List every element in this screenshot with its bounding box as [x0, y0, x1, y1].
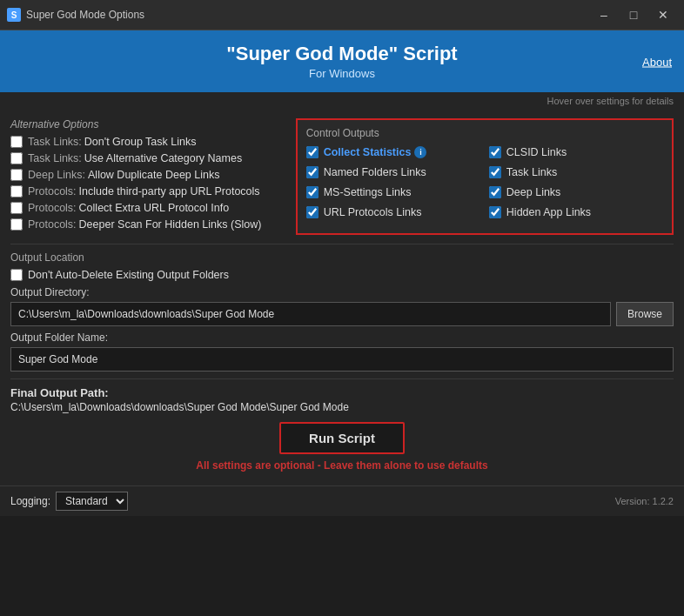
title-bar-controls: – □ ✕	[590, 5, 677, 24]
co-row: URL Protocols Links	[306, 206, 480, 218]
about-link[interactable]: About	[642, 55, 672, 68]
co-value: CLSID Links	[506, 146, 567, 158]
alt-option-row: Task Links:Don't Group Task Links	[10, 136, 285, 148]
bottom-bar: Logging: StandardVerboseMinimalNone Vers…	[0, 485, 684, 516]
co-checkbox-0[interactable]	[306, 146, 319, 158]
browse-button[interactable]: Browse	[616, 302, 674, 326]
run-section: Run Script All settings are optional - L…	[10, 422, 674, 472]
dont-autodelete-row: Don't Auto-Delete Existing Output Folder…	[10, 269, 674, 281]
co-checkbox-7[interactable]	[489, 206, 501, 218]
run-hint: All settings are optional - Leave them a…	[10, 459, 674, 472]
co-value: Task Links	[506, 166, 557, 178]
co-checkbox-4[interactable]	[306, 186, 319, 198]
alt-option-row: Task Links:Use Alternative Category Name…	[10, 152, 285, 164]
co-value: Deep Links	[506, 186, 561, 198]
alt-options-panel: Alternative Options Task Links:Don't Gro…	[10, 118, 285, 235]
co-row: Deep Links	[489, 186, 663, 198]
maximize-button[interactable]: □	[620, 5, 647, 24]
logging-label: Logging:	[10, 495, 50, 507]
main-content: Alternative Options Task Links:Don't Gro…	[0, 110, 684, 485]
co-row: MS-Settings Links	[306, 186, 480, 198]
co-row: Hidden App Links	[489, 206, 663, 218]
alt-options-list: Task Links:Don't Group Task LinksTask Li…	[10, 136, 285, 231]
alt-option-value: Don't Group Task Links	[84, 136, 197, 148]
alt-option-value: Use Alternative Category Names	[84, 152, 242, 164]
header: "Super God Mode" Script For Windows Abou…	[0, 30, 684, 92]
co-checkbox-3[interactable]	[489, 166, 501, 178]
alt-option-key: Protocols:	[28, 185, 77, 198]
alt-option-value: Include third-party app URL Protocols	[79, 185, 260, 198]
alt-option-checkbox-1[interactable]	[10, 152, 23, 164]
output-dir-input[interactable]	[10, 302, 611, 326]
run-script-button[interactable]: Run Script	[279, 422, 405, 454]
alt-option-key: Task Links:	[28, 136, 82, 148]
app-icon: S	[7, 8, 21, 22]
alt-option-value: Collect Extra URL Protocol Info	[79, 202, 230, 214]
co-value: URL Protocols Links	[324, 206, 422, 218]
version-text: Version: 1.2.2	[615, 496, 674, 506]
alt-option-row: Protocols:Include third-party app URL Pr…	[10, 185, 285, 198]
final-output-path: C:\Users\m_la\Downloads\downloads\Super …	[10, 401, 674, 413]
app-title: "Super God Mode" Script	[12, 43, 672, 65]
output-location-section: Output Location Don't Auto-Delete Existi…	[10, 251, 674, 372]
alt-option-key: Task Links:	[28, 152, 82, 164]
divider1	[10, 244, 674, 244]
output-dir-row: Browse	[10, 302, 674, 326]
alt-option-key: Deep Links:	[28, 169, 85, 181]
final-output-section: Final Output Path: C:\Users\m_la\Downloa…	[10, 386, 674, 413]
alt-option-value: Allow Duplicate Deep Links	[88, 169, 219, 181]
control-outputs-grid: Collect StatisticsiCLSID LinksNamed Fold…	[306, 146, 663, 223]
alt-option-row: Protocols:Collect Extra URL Protocol Inf…	[10, 202, 285, 214]
control-outputs-label: Control Outputs	[306, 127, 663, 139]
logging-select[interactable]: StandardVerboseMinimalNone	[56, 492, 128, 511]
folder-name-input[interactable]	[10, 347, 674, 372]
co-row: CLSID Links	[489, 146, 663, 158]
final-output-label: Final Output Path:	[10, 386, 109, 399]
alt-option-key: Protocols:	[28, 202, 77, 214]
alt-option-row: Deep Links:Allow Duplicate Deep Links	[10, 169, 285, 181]
output-dir-label: Output Directory:	[10, 286, 674, 298]
alt-option-value: Deeper Scan For Hidden Links (Slow)	[79, 218, 262, 231]
alt-option-checkbox-2[interactable]	[10, 169, 23, 181]
output-location-label: Output Location	[10, 251, 674, 264]
alt-option-key: Protocols:	[28, 218, 77, 231]
hover-hint: Hover over settings for details	[0, 92, 684, 110]
co-checkbox-2[interactable]	[306, 166, 319, 178]
folder-name-label: Output Folder Name:	[10, 331, 674, 344]
co-row: Named Folders Links	[306, 166, 480, 178]
dont-autodelete-checkbox[interactable]	[10, 269, 23, 281]
control-outputs-panel: Control Outputs Collect StatisticsiCLSID…	[296, 118, 674, 235]
divider2	[10, 378, 674, 379]
alt-option-row: Protocols:Deeper Scan For Hidden Links (…	[10, 218, 285, 231]
minimize-button[interactable]: –	[590, 5, 618, 24]
alt-option-checkbox-3[interactable]	[10, 185, 23, 198]
co-value: MS-Settings Links	[324, 186, 412, 198]
info-icon[interactable]: i	[414, 146, 426, 158]
logging-row: Logging: StandardVerboseMinimalNone	[10, 492, 128, 511]
alt-options-label: Alternative Options	[10, 118, 285, 131]
close-button[interactable]: ✕	[649, 5, 677, 24]
co-value: Collect Statistics	[324, 146, 412, 158]
alt-option-checkbox-4[interactable]	[10, 202, 23, 214]
co-checkbox-6[interactable]	[306, 206, 319, 218]
co-checkbox-5[interactable]	[489, 186, 501, 198]
co-row: Task Links	[489, 166, 663, 178]
co-checkbox-1[interactable]	[489, 146, 501, 158]
app-subtitle: For Windows	[12, 67, 672, 80]
co-value: Named Folders Links	[324, 166, 426, 178]
options-row: Alternative Options Task Links:Don't Gro…	[10, 118, 674, 235]
title-bar: S Super God Mode Options – □ ✕	[0, 0, 684, 30]
alt-option-checkbox-5[interactable]	[10, 218, 23, 231]
dont-autodelete-label: Don't Auto-Delete Existing Output Folder…	[28, 269, 229, 281]
alt-option-checkbox-0[interactable]	[10, 136, 23, 148]
co-row: Collect Statisticsi	[306, 146, 480, 158]
co-value: Hidden App Links	[506, 206, 591, 218]
title-bar-text: Super God Mode Options	[26, 9, 590, 21]
